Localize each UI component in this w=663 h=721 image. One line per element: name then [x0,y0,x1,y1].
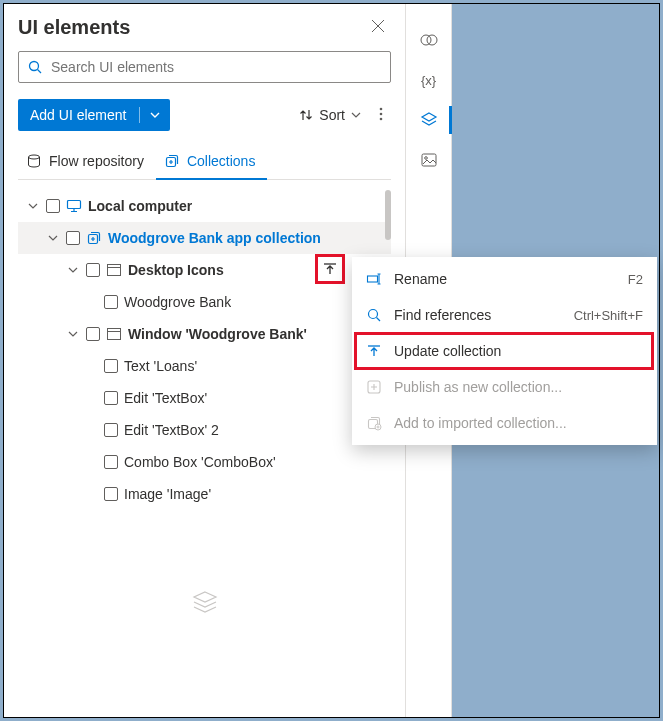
chevron-down-icon[interactable] [66,326,80,342]
node-label: Edit 'TextBox' 2 [124,422,219,438]
tab-collections[interactable]: Collections [156,145,267,179]
svg-line-1 [38,70,42,74]
svg-point-3 [380,112,383,115]
chevron-down-icon[interactable] [26,198,40,214]
search-icon [28,60,42,74]
rail-merge-button[interactable] [406,20,452,60]
chevron-down-icon [351,110,361,120]
ctx-find-references[interactable]: Find references Ctrl+Shift+F [352,297,657,333]
svg-point-2 [380,107,383,110]
checkbox[interactable] [104,487,118,501]
tree-node-item[interactable]: Text 'Loans' [18,350,391,382]
tab-label: Collections [187,153,255,169]
ctx-add-to-imported: Add to imported collection... [352,405,657,441]
braces-icon: {x} [421,73,436,88]
collection-icon [86,230,102,246]
merge-icon [420,31,438,49]
node-label: Woodgrove Bank [124,294,231,310]
upload-icon [366,344,382,358]
svg-rect-9 [108,265,121,276]
sort-icon [299,108,313,122]
node-label: Edit 'TextBox' [124,390,207,406]
node-label: Window 'Woodgrove Bank' [128,326,307,342]
checkbox[interactable] [46,199,60,213]
app-frame: UI elements Add UI element Sort [3,3,660,718]
monitor-icon [66,198,82,214]
ctx-label: Add to imported collection... [394,415,567,431]
checkbox[interactable] [66,231,80,245]
more-vertical-icon [379,107,383,121]
toolbar-right: Sort [291,103,391,128]
checkbox[interactable] [104,423,118,437]
svg-rect-7 [68,201,81,209]
ctx-rename[interactable]: Rename F2 [352,261,657,297]
window-icon [106,326,122,342]
publish-icon [366,379,382,395]
checkbox[interactable] [86,327,100,341]
chevron-down-icon [150,110,160,120]
svg-point-0 [30,62,39,71]
panel-header: UI elements [18,16,391,39]
checkbox[interactable] [104,295,118,309]
ui-elements-panel: UI elements Add UI element Sort [4,4,406,717]
add-ui-element-dropdown[interactable] [140,110,170,120]
close-button[interactable] [365,17,391,38]
add-ui-element-label: Add UI element [18,99,139,131]
rail-ui-elements-button[interactable] [406,100,452,140]
tree-node-item[interactable]: Edit 'TextBox' 2 [18,414,391,446]
node-label: Image 'Image' [124,486,211,502]
svg-rect-11 [108,329,121,340]
tree-node-group[interactable]: Window 'Woodgrove Bank' [18,318,391,350]
image-icon [420,151,438,169]
tree-node-item[interactable]: Edit 'TextBox' [18,382,391,414]
svg-point-19 [369,310,378,319]
rail-variables-button[interactable]: {x} [406,60,452,100]
add-ui-element-button[interactable]: Add UI element [18,99,170,131]
svg-point-15 [427,35,437,45]
checkbox[interactable] [104,455,118,469]
node-label: Combo Box 'ComboBox' [124,454,276,470]
ctx-label: Find references [394,307,491,323]
upload-icon [323,262,337,276]
checkbox[interactable] [104,359,118,373]
tab-label: Flow repository [49,153,144,169]
window-icon [106,262,122,278]
svg-rect-16 [422,154,436,166]
collections-icon [164,153,180,169]
layers-icon [192,590,218,616]
svg-point-14 [421,35,431,45]
ctx-label: Rename [394,271,447,287]
svg-rect-18 [368,276,378,282]
ctx-shortcut: Ctrl+Shift+F [574,308,643,323]
tree-node-item[interactable]: Woodgrove Bank [18,286,391,318]
rail-images-button[interactable] [406,140,452,180]
svg-point-17 [424,157,427,160]
checkbox[interactable] [86,263,100,277]
search-input[interactable] [18,51,391,83]
scrollbar[interactable] [385,190,391,240]
search-box [18,51,391,83]
svg-line-20 [377,318,381,322]
node-label: Woodgrove Bank app collection [108,230,321,246]
node-label: Desktop Icons [128,262,224,278]
sort-button[interactable]: Sort [291,103,369,127]
tree-node-local-computer[interactable]: Local computer [18,190,391,222]
sort-label: Sort [319,107,345,123]
tree-node-collection[interactable]: Woodgrove Bank app collection [18,222,391,254]
chevron-down-icon[interactable] [46,230,60,246]
tabs: Flow repository Collections [18,145,391,180]
rename-icon [366,271,382,287]
more-button[interactable] [371,103,391,128]
tab-flow-repository[interactable]: Flow repository [18,145,156,179]
toolbar: Add UI element Sort [18,99,391,131]
empty-stack [18,590,391,616]
ctx-publish-new: Publish as new collection... [352,369,657,405]
chevron-down-icon[interactable] [66,262,80,278]
ctx-update-collection[interactable]: Update collection [352,333,657,369]
tree-node-item[interactable]: Image 'Image' [18,478,391,510]
ctx-shortcut: F2 [628,272,643,287]
checkbox[interactable] [104,391,118,405]
upload-button-highlight[interactable] [315,254,345,284]
tree-node-item[interactable]: Combo Box 'ComboBox' [18,446,391,478]
node-label: Local computer [88,198,192,214]
